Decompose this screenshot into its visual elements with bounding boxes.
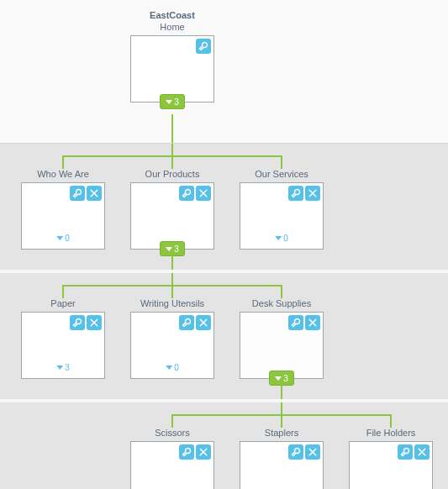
node-label: Scissors — [130, 428, 214, 438]
node-label: Staplers — [240, 428, 324, 438]
arrow-down-icon — [166, 100, 172, 104]
node-our-products: Our Products 3 — [130, 169, 214, 250]
node-who-we-are: Who We Are 0 — [21, 169, 105, 250]
child-count: 3 — [174, 97, 179, 107]
child-count: 3 — [174, 244, 179, 254]
child-count-badge[interactable]: 0 — [270, 230, 293, 245]
node-card[interactable]: 3 — [240, 312, 324, 379]
node-card[interactable]: 0 — [130, 441, 214, 489]
node-label: Paper — [21, 298, 105, 308]
node-desk-supplies: Desk Supplies 3 — [240, 298, 324, 379]
child-count: 0 — [283, 234, 288, 243]
node-staplers: Staplers 0 — [240, 428, 324, 489]
page-title: Home — [130, 22, 214, 32]
close-icon[interactable] — [196, 444, 211, 460]
child-count-badge[interactable]: 0 — [161, 360, 184, 375]
node-card[interactable]: 0 — [130, 312, 214, 379]
arrow-down-icon — [56, 236, 63, 240]
site-title: EastCoast — [130, 10, 214, 20]
node-label: Our Services — [240, 169, 324, 179]
arrow-down-icon — [166, 247, 172, 251]
wrench-icon[interactable] — [398, 444, 413, 460]
node-root: EastCoast Home 3 — [130, 10, 214, 103]
node-our-services: Our Services 0 — [240, 169, 324, 250]
close-icon[interactable] — [196, 315, 211, 330]
node-card[interactable]: 0 — [240, 441, 324, 489]
child-count: 0 — [174, 363, 179, 372]
node-label: Who We Are — [21, 169, 105, 179]
arrow-down-icon — [275, 236, 282, 240]
wrench-icon[interactable] — [288, 315, 303, 330]
node-card[interactable]: 0 — [240, 182, 324, 250]
wrench-icon[interactable] — [70, 315, 85, 330]
child-count-badge[interactable]: 3 — [269, 371, 294, 386]
arrow-down-icon — [275, 376, 282, 381]
child-count: 3 — [283, 374, 288, 383]
close-icon[interactable] — [87, 315, 102, 330]
node-card[interactable]: 3 — [130, 182, 214, 250]
wrench-icon[interactable] — [288, 444, 303, 460]
node-label: Writing Utensils — [130, 298, 214, 308]
close-icon[interactable] — [305, 186, 320, 201]
arrow-down-icon — [166, 365, 172, 370]
node-paper: Paper 3 — [21, 298, 105, 379]
close-icon[interactable] — [305, 315, 320, 330]
node-writing-utensils: Writing Utensils 0 — [130, 298, 214, 379]
child-count-badge[interactable]: 3 — [160, 241, 185, 256]
wrench-icon[interactable] — [288, 186, 303, 201]
wrench-icon[interactable] — [70, 186, 85, 201]
child-count-badge[interactable]: 0 — [51, 230, 75, 245]
close-icon[interactable] — [305, 444, 320, 460]
tree-level-3: Scissors 0 Staplers 0 File Holde — [0, 399, 448, 489]
wrench-icon[interactable] — [179, 315, 194, 330]
node-card-root[interactable]: 3 — [130, 35, 214, 103]
node-label: File Holders — [349, 428, 433, 438]
child-count: 0 — [65, 234, 70, 243]
wrench-icon[interactable] — [179, 186, 194, 201]
node-file-holders: File Holders 0 — [349, 428, 433, 489]
close-icon[interactable] — [196, 186, 211, 201]
arrow-down-icon — [56, 365, 63, 370]
node-card[interactable]: 0 — [21, 182, 105, 250]
wrench-icon[interactable] — [179, 444, 194, 460]
wrench-icon[interactable] — [196, 39, 211, 54]
child-count: 3 — [65, 363, 70, 372]
close-icon[interactable] — [87, 186, 102, 201]
node-label: Our Products — [130, 169, 214, 179]
tree-level-root: EastCoast Home 3 — [0, 0, 448, 143]
node-card[interactable]: 3 — [21, 312, 105, 379]
tree-level-1: Who We Are 0 Our Products 3 Our — [0, 143, 448, 270]
tree-level-2: Paper 3 Writing Utensils 0 Desk — [0, 270, 448, 399]
node-scissors: Scissors 0 — [130, 428, 214, 489]
node-label: Desk Supplies — [240, 298, 324, 308]
child-count-badge[interactable]: 3 — [160, 94, 185, 109]
child-count-badge[interactable]: 3 — [51, 360, 75, 375]
node-card[interactable]: 0 — [349, 441, 433, 489]
close-icon[interactable] — [414, 444, 430, 460]
